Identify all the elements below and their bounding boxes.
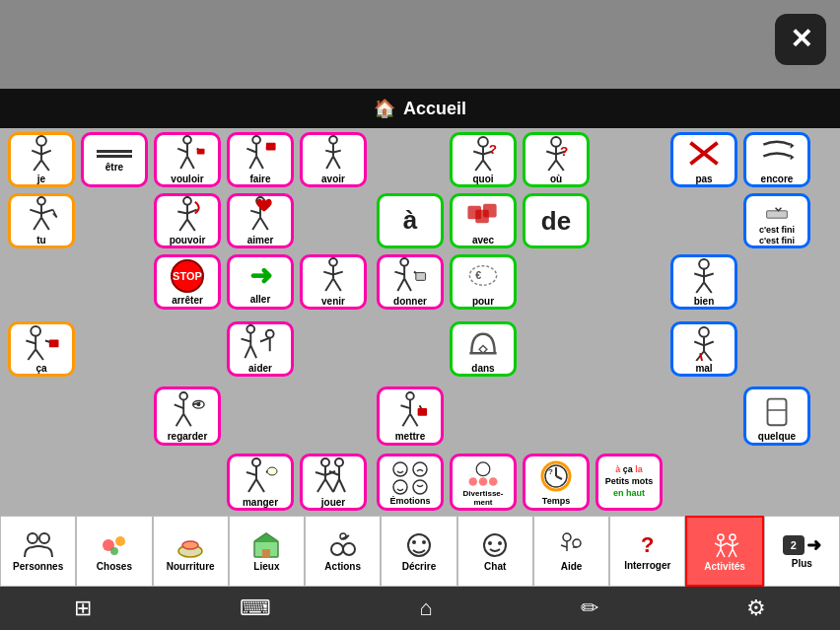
cell-tu-label: tu bbox=[36, 235, 45, 245]
cell-petits-mots[interactable]: à ça la Petits mots en haut bbox=[595, 454, 663, 511]
nav-nourriture[interactable]: Nourriture bbox=[153, 516, 229, 587]
cell-avec[interactable]: avec bbox=[450, 193, 517, 248]
cell-vouloir[interactable]: vouloir bbox=[154, 132, 221, 187]
cell-aller[interactable]: ➜ aller bbox=[227, 254, 294, 310]
svg-rect-92 bbox=[49, 340, 59, 348]
cell-pour[interactable]: € pour bbox=[450, 254, 517, 310]
cell-encore[interactable]: encore bbox=[743, 132, 810, 187]
svg-point-26 bbox=[478, 137, 488, 147]
cell-aider-label: aider bbox=[248, 363, 272, 374]
nav-personnes[interactable]: Personnes bbox=[0, 516, 76, 587]
svg-line-12 bbox=[187, 156, 194, 169]
cell-dans[interactable]: dans bbox=[450, 321, 517, 377]
cell-faire[interactable]: faire bbox=[227, 132, 294, 187]
svg-line-93 bbox=[28, 349, 35, 360]
nav-decrire[interactable]: Décrire bbox=[381, 516, 456, 587]
svg-line-78 bbox=[397, 278, 404, 291]
svg-line-124 bbox=[402, 413, 410, 425]
cell-de-icon: de bbox=[541, 206, 571, 237]
cell-aimer[interactable]: aimer bbox=[227, 193, 294, 248]
cell-etre-label: être bbox=[105, 162, 123, 173]
cell-etre[interactable]: être bbox=[81, 132, 148, 187]
cell-quelque-label: quelque bbox=[758, 431, 796, 442]
cell-manger[interactable]: manger bbox=[227, 454, 294, 511]
cell-mal[interactable]: mal bbox=[670, 321, 737, 377]
svg-line-30 bbox=[475, 160, 483, 171]
nav-aide[interactable]: Aide bbox=[533, 516, 609, 587]
cell-manger-label: manger bbox=[243, 497, 278, 508]
svg-line-18 bbox=[249, 156, 256, 169]
svg-line-106 bbox=[694, 342, 704, 346]
svg-line-192 bbox=[729, 549, 733, 557]
nav-lieux-label: Lieux bbox=[253, 561, 279, 572]
svg-point-128 bbox=[252, 458, 260, 466]
cell-emotions-grid[interactable]: Émotions bbox=[377, 454, 444, 511]
cell-divertissement[interactable]: Divertisse-ment bbox=[450, 454, 517, 511]
cell-regarder[interactable]: regarder bbox=[154, 386, 221, 446]
toolbar-home[interactable]: ⌂ bbox=[407, 592, 444, 625]
cell-aider[interactable]: aider bbox=[227, 321, 294, 377]
cell-a[interactable]: à bbox=[377, 193, 444, 248]
svg-text:?: ? bbox=[548, 467, 553, 476]
svg-point-173 bbox=[422, 540, 426, 544]
cell-ou[interactable]: ? où bbox=[523, 132, 590, 187]
cell-pas[interactable]: pas bbox=[670, 132, 737, 187]
toolbar-pen[interactable]: ✏ bbox=[569, 592, 610, 625]
cell-quelque[interactable]: quelque bbox=[743, 386, 810, 446]
cell-emotions-label: Émotions bbox=[389, 497, 430, 507]
nav-plus-label: Plus bbox=[792, 558, 812, 569]
cell-jouer[interactable]: jouer bbox=[300, 454, 367, 511]
cell-cest-fini[interactable]: c'est fini c'est fini bbox=[743, 193, 810, 248]
cell-de[interactable]: de bbox=[523, 193, 590, 248]
svg-point-169 bbox=[331, 543, 343, 555]
cell-pouvoir[interactable]: pouvoir bbox=[154, 193, 221, 248]
svg-line-185 bbox=[721, 543, 727, 546]
nav-actions[interactable]: Actions bbox=[305, 516, 381, 587]
cell-venir-label: venir bbox=[321, 296, 345, 307]
cell-bien[interactable]: bien bbox=[670, 254, 737, 310]
cell-petits-mots-label1: Petits mots bbox=[605, 476, 654, 486]
svg-line-23 bbox=[333, 151, 341, 153]
svg-line-70 bbox=[333, 272, 343, 275]
svg-line-84 bbox=[694, 274, 704, 277]
cell-quoi[interactable]: ? quoi bbox=[450, 132, 517, 187]
cell-venir[interactable]: venir bbox=[300, 254, 367, 310]
svg-point-134 bbox=[267, 467, 277, 475]
svg-point-111 bbox=[179, 391, 187, 399]
svg-point-168 bbox=[343, 543, 355, 555]
nav-plus[interactable]: 2 ➜ Plus bbox=[764, 516, 840, 587]
cell-je-label: je bbox=[37, 174, 45, 184]
cell-je[interactable]: je bbox=[8, 132, 75, 187]
nav-interroger-label: Interroger bbox=[624, 560, 670, 571]
cell-temps[interactable]: ? Temps bbox=[523, 454, 590, 511]
svg-point-0 bbox=[36, 136, 46, 146]
cell-donner[interactable]: donner bbox=[377, 254, 444, 310]
cell-avoir[interactable]: avoir bbox=[300, 132, 367, 187]
svg-point-172 bbox=[412, 540, 416, 544]
nav-chat[interactable]: Chat bbox=[457, 516, 533, 587]
svg-line-157 bbox=[556, 476, 562, 479]
cell-arreter[interactable]: STOP arrêter bbox=[154, 254, 221, 310]
toolbar-settings[interactable]: ⚙ bbox=[735, 592, 778, 625]
svg-point-175 bbox=[488, 541, 492, 545]
nav-activites[interactable]: Activités bbox=[685, 516, 763, 587]
svg-rect-65 bbox=[483, 204, 497, 218]
svg-line-2 bbox=[32, 151, 41, 155]
nav-interroger[interactable]: ? Interroger bbox=[609, 516, 685, 587]
cell-encore-label: encore bbox=[761, 174, 794, 184]
nav-lieux[interactable]: Lieux bbox=[229, 516, 305, 587]
cell-mettre[interactable]: mettre bbox=[377, 386, 444, 446]
svg-line-109 bbox=[704, 351, 712, 361]
svg-text:€: € bbox=[475, 269, 481, 281]
cell-ca[interactable]: ça bbox=[8, 321, 75, 377]
nav-choses[interactable]: Choses bbox=[76, 516, 152, 587]
toolbar-keyboard[interactable]: ⌨ bbox=[228, 592, 283, 625]
close-button[interactable]: ✕ bbox=[775, 14, 826, 65]
cell-tu[interactable]: tu bbox=[8, 193, 75, 248]
close-icon: ✕ bbox=[790, 26, 812, 53]
svg-line-94 bbox=[35, 349, 43, 360]
svg-point-88 bbox=[31, 326, 40, 336]
svg-rect-77 bbox=[416, 273, 426, 281]
svg-point-73 bbox=[400, 258, 408, 266]
toolbar-grid[interactable]: ⊞ bbox=[62, 592, 104, 625]
